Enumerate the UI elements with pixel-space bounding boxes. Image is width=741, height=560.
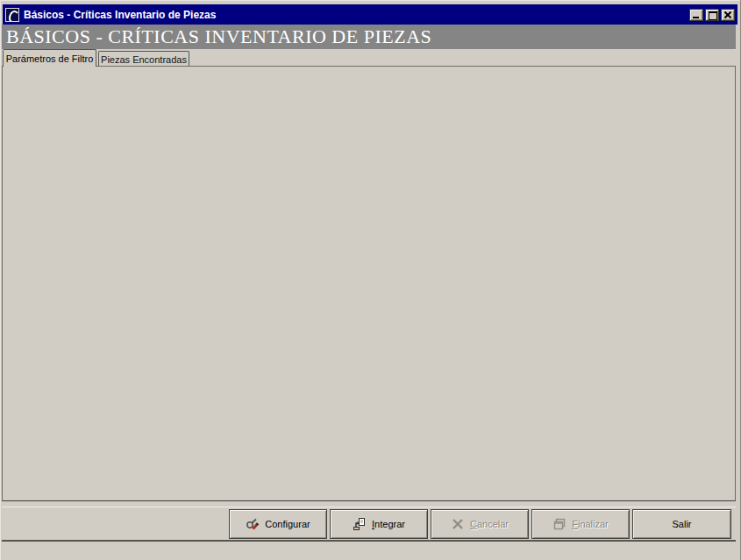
finalizar-button: Finalizar <box>531 509 630 539</box>
tab-parametros-de-filtro[interactable]: Parámetros de Filtro <box>3 49 96 67</box>
export-document-icon <box>353 517 367 531</box>
tools-icon <box>246 517 260 531</box>
application-icon <box>5 8 19 22</box>
salir-button-label: Salir <box>672 519 691 529</box>
tab-piezas-encontradas[interactable]: Piezas Encontradas <box>98 51 189 67</box>
integrar-button[interactable]: Integrar <box>330 509 428 539</box>
minimize-button[interactable] <box>689 9 703 21</box>
finalizar-button-label: Finalizar <box>572 519 609 529</box>
configurar-button-label: Configurar <box>265 519 310 529</box>
finish-windows-icon <box>552 517 566 531</box>
application-window: Básicos - Críticas Inventario de Piezas … <box>0 0 741 560</box>
integrar-button-label: Integrar <box>372 519 405 529</box>
tab-page-panel <box>2 66 736 501</box>
cancel-x-icon <box>451 517 465 531</box>
configurar-button[interactable]: Configurar <box>229 509 327 539</box>
maximize-button[interactable] <box>705 9 719 21</box>
close-button[interactable] <box>721 9 735 21</box>
window-title: Básicos - Críticas Inventario de Piezas <box>24 9 689 21</box>
salir-button[interactable]: Salir <box>632 509 731 539</box>
page-title: BÁSICOS - CRÍTICAS INVENTARIO DE PIEZAS <box>2 25 736 49</box>
cancelar-button-label: Cancelar <box>470 519 509 529</box>
title-bar: Básicos - Críticas Inventario de Piezas <box>3 4 737 25</box>
window-controls <box>689 9 735 21</box>
cancelar-button: Cancelar <box>431 509 529 539</box>
